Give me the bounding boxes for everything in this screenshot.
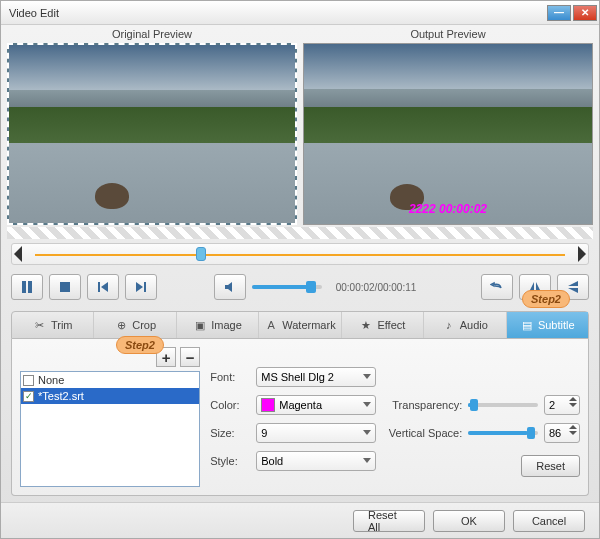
undo-button[interactable] — [481, 274, 513, 300]
style-combo[interactable]: Bold — [256, 451, 376, 471]
volume-button[interactable] — [214, 274, 246, 300]
checkbox[interactable] — [23, 375, 34, 386]
window-title: Video Edit — [9, 7, 547, 19]
subtitle-list[interactable]: None ✓ *Test2.srt — [20, 371, 200, 487]
vertical-space-value: 86 — [549, 427, 561, 439]
color-swatch — [261, 398, 275, 412]
tab-trim[interactable]: ✂Trim — [12, 312, 94, 338]
font-combo[interactable]: MS Shell Dlg 2 — [256, 367, 376, 387]
size-combo[interactable]: 9 — [256, 423, 376, 443]
subtitle-item-label: *Test2.srt — [38, 390, 84, 402]
tab-label: Watermark — [282, 319, 335, 331]
style-label: Style: — [210, 455, 248, 467]
timeline[interactable] — [11, 243, 589, 265]
playback-controls: 00:00:02/00:00:11 — [11, 271, 589, 303]
crop-icon: ⊕ — [114, 318, 128, 332]
checkbox[interactable]: ✓ — [23, 391, 34, 402]
svg-rect-1 — [28, 281, 32, 293]
font-label: Font: — [210, 371, 248, 383]
output-preview-col: Output Preview 2222 00:00:02 — [303, 25, 593, 225]
scissors-icon: ✂ — [33, 318, 47, 332]
music-note-icon: ♪ — [442, 318, 456, 332]
volume-slider[interactable] — [252, 285, 322, 289]
remove-subtitle-button[interactable]: − — [180, 347, 200, 367]
step2-callout-subtitle: Step2 — [522, 290, 570, 308]
subtitle-item-label: None — [38, 374, 64, 386]
chevron-down-icon — [363, 458, 371, 463]
star-icon: ★ — [359, 318, 373, 332]
pause-button[interactable] — [11, 274, 43, 300]
tab-effect[interactable]: ★Effect — [342, 312, 424, 338]
tab-label: Effect — [377, 319, 405, 331]
chevron-down-icon — [363, 430, 371, 435]
reset-button[interactable]: Reset — [521, 455, 580, 477]
vertical-space-label: Vertical Space: — [386, 427, 462, 439]
edit-tabs: Step2 Step2 ✂Trim ⊕Crop ▣Image AWatermar… — [11, 311, 589, 339]
window-buttons: — ✕ — [547, 5, 597, 21]
video-edit-window: Video Edit — ✕ Original Preview Output P… — [0, 0, 600, 539]
list-item[interactable]: None — [21, 372, 199, 388]
svg-rect-2 — [60, 282, 70, 292]
transparency-label: Transparency: — [386, 399, 462, 411]
tab-audio[interactable]: ♪Audio — [424, 312, 506, 338]
svg-rect-4 — [144, 282, 146, 292]
tab-label: Crop — [132, 319, 156, 331]
timeline-start-handle[interactable] — [14, 246, 22, 262]
tab-label: Image — [211, 319, 242, 331]
cancel-button[interactable]: Cancel — [513, 510, 585, 532]
original-preview-col: Original Preview — [7, 25, 297, 225]
subtitle-list-column: + − None ✓ *Test2.srt — [20, 347, 200, 487]
svg-rect-3 — [98, 282, 100, 292]
checker-strip — [7, 227, 593, 239]
tab-label: Trim — [51, 319, 73, 331]
reset-all-button[interactable]: Reset All — [353, 510, 425, 532]
subtitle-overlay-text: 2222 00:00:02 — [304, 202, 592, 216]
subtitle-position-column: Transparency: 2 Vertical Space: 86 Reset — [386, 347, 580, 487]
tab-label: Audio — [460, 319, 488, 331]
output-preview[interactable]: 2222 00:00:02 — [303, 43, 593, 225]
text-icon: A — [264, 318, 278, 332]
style-value: Bold — [261, 455, 283, 467]
color-label: Color: — [210, 399, 248, 411]
output-preview-label: Output Preview — [303, 25, 593, 43]
tab-watermark[interactable]: AWatermark — [259, 312, 341, 338]
tab-label: Subtitle — [538, 319, 575, 331]
titlebar: Video Edit — ✕ — [1, 1, 599, 25]
stop-button[interactable] — [49, 274, 81, 300]
close-button[interactable]: ✕ — [573, 5, 597, 21]
size-label: Size: — [210, 427, 248, 439]
size-value: 9 — [261, 427, 267, 439]
font-value: MS Shell Dlg 2 — [261, 371, 334, 383]
step2-callout-crop: Step2 — [116, 336, 164, 354]
transparency-spinner[interactable]: 2 — [544, 395, 580, 415]
subtitle-style-form: Font: MS Shell Dlg 2 Color: Magenta Size… — [210, 347, 376, 487]
prev-frame-button[interactable] — [87, 274, 119, 300]
timeline-end-handle[interactable] — [578, 246, 586, 262]
chevron-down-icon — [363, 402, 371, 407]
list-item[interactable]: ✓ *Test2.srt — [21, 388, 199, 404]
original-preview[interactable] — [7, 43, 297, 225]
vertical-space-spinner[interactable]: 86 — [544, 423, 580, 443]
tab-subtitle[interactable]: ▤Subtitle — [507, 312, 588, 338]
image-icon: ▣ — [193, 318, 207, 332]
color-combo[interactable]: Magenta — [256, 395, 376, 415]
color-value: Magenta — [279, 399, 322, 411]
subtitle-icon: ▤ — [520, 318, 534, 332]
subtitle-list-buttons: + − — [20, 347, 200, 367]
transparency-slider[interactable] — [468, 403, 538, 407]
preview-row: Original Preview Output Preview 2222 00:… — [1, 25, 599, 225]
subtitle-settings-panel: + − None ✓ *Test2.srt Font: MS Shell Dlg… — [11, 339, 589, 496]
time-display: 00:00:02/00:00:11 — [336, 282, 417, 293]
ok-button[interactable]: OK — [433, 510, 505, 532]
tab-crop[interactable]: ⊕Crop — [94, 312, 176, 338]
next-frame-button[interactable] — [125, 274, 157, 300]
tab-image[interactable]: ▣Image — [177, 312, 259, 338]
svg-rect-0 — [22, 281, 26, 293]
dialog-footer: Reset All OK Cancel — [1, 502, 599, 538]
minimize-button[interactable]: — — [547, 5, 571, 21]
chevron-down-icon — [363, 374, 371, 379]
timeline-playhead[interactable] — [196, 247, 206, 261]
original-preview-label: Original Preview — [7, 25, 297, 43]
transparency-value: 2 — [549, 399, 555, 411]
vertical-space-slider[interactable] — [468, 431, 538, 435]
